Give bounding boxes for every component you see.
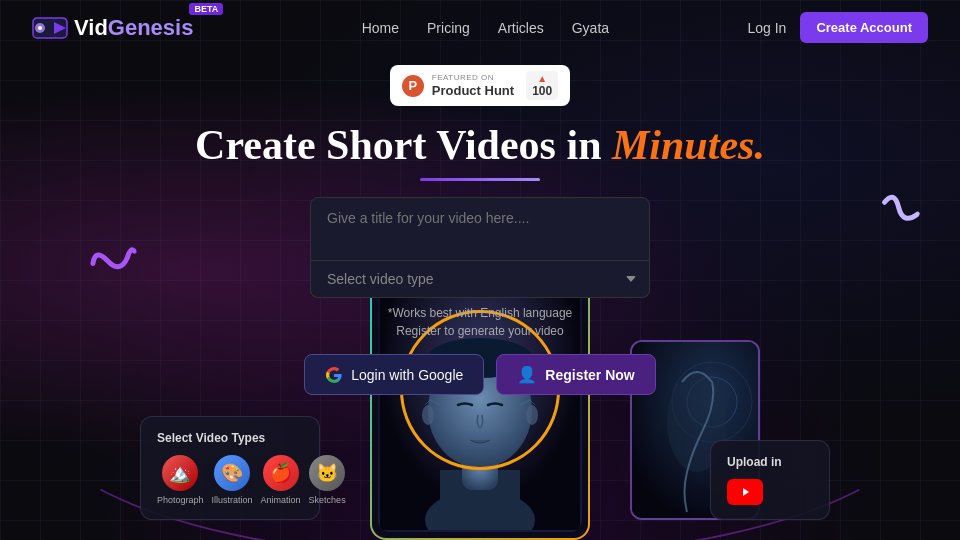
photograph-icon: 🏔️ xyxy=(162,455,198,491)
ph-name-label: Product Hunt xyxy=(432,83,514,99)
hero-title: Create Short Videos in Minutes. xyxy=(195,122,765,168)
register-label: Register Now xyxy=(545,367,634,383)
animation-label: Animation xyxy=(261,495,301,505)
svg-point-3 xyxy=(38,26,42,30)
upload-icons xyxy=(727,479,813,505)
logo-icon xyxy=(32,14,68,42)
hero-title-minutes: Minutes. xyxy=(612,122,765,168)
google-login-label: Login with Google xyxy=(351,367,463,383)
google-login-button[interactable]: Login with Google xyxy=(304,354,484,395)
vtype-animation[interactable]: 🍎 Animation xyxy=(261,455,301,505)
register-button[interactable]: 👤 Register Now xyxy=(496,354,655,395)
hero-title-line1: Create Short Videos in xyxy=(195,122,601,168)
video-type-icons: 🏔️ Photograph 🎨 Illustration 🍎 Animation… xyxy=(157,455,303,505)
video-types-card-title: Select Video Types xyxy=(157,431,303,445)
video-types-card: Select Video Types 🏔️ Photograph 🎨 Illus… xyxy=(140,416,320,520)
product-hunt-text: FEATURED ON Product Hunt xyxy=(432,73,514,98)
video-type-select[interactable]: Select video type Photograph Illustratio… xyxy=(310,261,650,298)
photograph-label: Photograph xyxy=(157,495,204,505)
sketches-icon: 🐱 xyxy=(309,455,345,491)
upload-card: Upload in xyxy=(710,440,830,520)
google-icon xyxy=(325,366,343,384)
vtype-sketches[interactable]: 🐱 Sketches xyxy=(309,455,346,505)
sketches-label: Sketches xyxy=(309,495,346,505)
action-buttons: Login with Google 👤 Register Now xyxy=(304,354,656,395)
nav-links: Home Pricing Articles Gyata xyxy=(362,20,609,36)
animation-icon: 🍎 xyxy=(263,455,299,491)
nav-home[interactable]: Home xyxy=(362,20,399,36)
vtype-photograph[interactable]: 🏔️ Photograph xyxy=(157,455,204,505)
product-hunt-badge[interactable]: P FEATURED ON Product Hunt ▲ 100 xyxy=(390,65,570,106)
ph-score-badge: ▲ 100 xyxy=(526,71,558,100)
illustration-icon: 🎨 xyxy=(214,455,250,491)
youtube-icon[interactable] xyxy=(727,479,763,505)
create-account-button[interactable]: Create Account xyxy=(800,12,928,43)
register-hint-text: Register to generate your video xyxy=(396,324,563,338)
nav-actions: Log In Create Account xyxy=(747,12,928,43)
illustration-label: Illustration xyxy=(212,495,253,505)
ph-arrow-icon: ▲ xyxy=(537,73,547,84)
helper-text: *Works best with English language xyxy=(388,306,573,320)
title-underline-decoration xyxy=(420,178,540,181)
nav-gyata[interactable]: Gyata xyxy=(572,20,609,36)
logo-text-vid: Vid xyxy=(74,15,108,41)
main-content: P FEATURED ON Product Hunt ▲ 100 Create … xyxy=(0,55,960,395)
navbar: Vid Genesis BETA Home Pricing Articles G… xyxy=(0,0,960,55)
nav-pricing[interactable]: Pricing xyxy=(427,20,470,36)
upload-card-title: Upload in xyxy=(727,455,813,469)
login-button[interactable]: Log In xyxy=(747,20,786,36)
beta-badge: BETA xyxy=(189,3,223,15)
vtype-illustration[interactable]: 🎨 Illustration xyxy=(212,455,253,505)
video-title-input[interactable] xyxy=(310,197,650,261)
logo-text-genesis: Genesis xyxy=(108,15,194,41)
logo[interactable]: Vid Genesis BETA xyxy=(32,14,223,42)
nav-articles[interactable]: Articles xyxy=(498,20,544,36)
ph-featured-label: FEATURED ON xyxy=(432,73,514,83)
ph-score-number: 100 xyxy=(532,84,552,98)
user-icon: 👤 xyxy=(517,365,537,384)
product-hunt-icon: P xyxy=(402,75,424,97)
